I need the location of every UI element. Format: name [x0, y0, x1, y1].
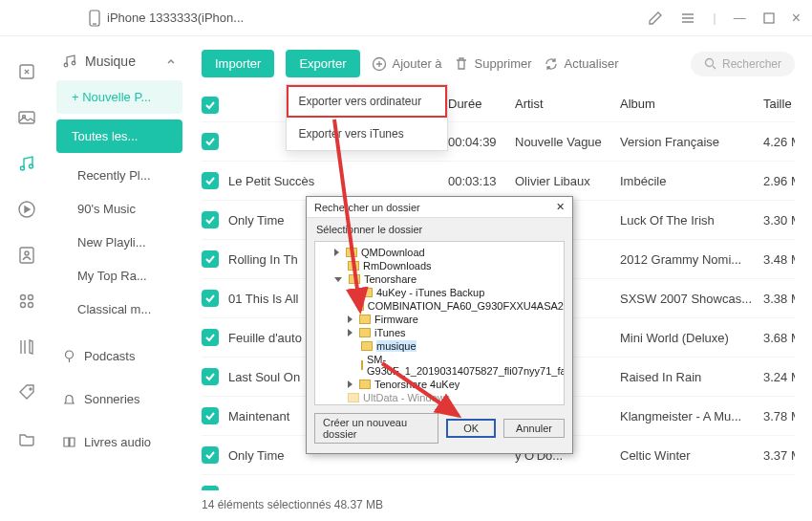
- sidebar-item[interactable]: My Top Ra...: [53, 259, 186, 293]
- cell-album: Version Française: [620, 135, 763, 149]
- maximize-button[interactable]: [763, 12, 775, 24]
- svg-point-21: [66, 351, 74, 358]
- row-checkbox[interactable]: [202, 172, 219, 189]
- svg-point-10: [29, 164, 32, 168]
- cell-duration: 00:04:39: [448, 135, 515, 149]
- device-name: iPhone 1333333(iPhon...: [107, 11, 244, 25]
- sidebar-item[interactable]: New Playli...: [53, 226, 186, 259]
- folder-tree[interactable]: QMDownload RmDownloads Tenorshare 4uKey …: [314, 241, 565, 405]
- row-checkbox[interactable]: [202, 329, 219, 346]
- export-to-itunes[interactable]: Exporter vers iTunes: [287, 118, 447, 150]
- cell-size: 3.30 MB: [763, 213, 795, 228]
- podcast-icon: [62, 349, 76, 363]
- row-checkbox[interactable]: [202, 133, 219, 150]
- cell-album: Raised In Rain: [620, 370, 763, 384]
- titlebar: iPhone 1333333(iPhon... | — ×: [0, 0, 812, 36]
- delete-button[interactable]: Supprimer: [454, 56, 532, 72]
- plus-circle-icon: [372, 56, 387, 72]
- sidebar-group-audiobooks[interactable]: Livres audio: [53, 429, 186, 455]
- chevron-up-icon: [165, 55, 177, 67]
- toolbar: Importer Exporter Exporter vers ordinate…: [202, 50, 795, 77]
- cell-size: 3.24 MB: [763, 370, 795, 384]
- cell-size: 3.78 MB: [763, 409, 795, 423]
- search-input[interactable]: Rechercher: [691, 52, 795, 76]
- cell-album: 2012 Grammy Nomi...: [620, 252, 763, 267]
- col-size: Taille: [763, 97, 795, 114]
- device-label: iPhone 1333333(iPhon...: [88, 10, 244, 27]
- sidebar-item[interactable]: Classical m...: [53, 293, 186, 326]
- search-icon: [704, 57, 716, 70]
- selection-footer: 14 éléments sélectionnés 48.37 MB: [202, 490, 795, 521]
- sidebar-group-podcasts[interactable]: Podcasts: [53, 343, 186, 369]
- svg-point-9: [20, 166, 24, 170]
- row-checkbox[interactable]: [202, 250, 219, 268]
- menu-icon[interactable]: [680, 11, 695, 26]
- sidebar-item[interactable]: 90's Music: [53, 192, 186, 226]
- svg-point-13: [25, 251, 29, 255]
- cell-album: SXSW 2007 Showcas...: [620, 292, 763, 306]
- ok-button[interactable]: OK: [446, 419, 496, 438]
- trash-icon: [454, 56, 469, 72]
- sidebar-group-ringtones[interactable]: Sonneries: [53, 386, 186, 412]
- row-checkbox[interactable]: [202, 290, 219, 307]
- contacts-icon[interactable]: [16, 245, 37, 266]
- music-note-icon: [62, 54, 77, 69]
- select-all-checkbox[interactable]: [202, 97, 219, 114]
- row-checkbox[interactable]: [202, 446, 219, 464]
- svg-rect-5: [764, 13, 774, 23]
- tags-icon[interactable]: [16, 382, 37, 403]
- cell-artist: Olivier Libaux: [515, 174, 620, 188]
- cell-duration: 00:03:13: [448, 174, 515, 188]
- apps-icon[interactable]: [16, 291, 37, 312]
- home-icon[interactable]: [16, 61, 37, 82]
- col-artist: Artist: [515, 97, 620, 114]
- new-folder-button[interactable]: Créer un nouveau dossier: [314, 413, 438, 444]
- icon-rail: [0, 36, 53, 521]
- cell-size: 2.96 MB: [763, 174, 795, 188]
- svg-point-19: [64, 63, 68, 67]
- cell-album: Luck Of The Irish: [620, 213, 763, 228]
- row-checkbox[interactable]: [202, 368, 219, 385]
- audiobook-icon: [62, 435, 76, 449]
- refresh-icon: [544, 56, 559, 72]
- svg-point-18: [30, 388, 32, 390]
- folder-dialog: Rechercher un dossier✕ Sélectionner le d…: [306, 196, 573, 454]
- row-checkbox[interactable]: [202, 407, 219, 424]
- minimize-button[interactable]: —: [734, 11, 746, 25]
- row-checkbox[interactable]: [202, 211, 219, 228]
- svg-point-23: [705, 59, 713, 67]
- new-playlist-button[interactable]: + Nouvelle P...: [56, 80, 182, 114]
- table-row[interactable]: Andrea Lindsay - Les Yeux De Marie00:03:…: [202, 474, 795, 490]
- svg-point-16: [20, 303, 25, 308]
- sidebar-item[interactable]: Recently Pl...: [53, 159, 186, 192]
- export-dropdown: Exporter vers ordinateur Exporter vers i…: [286, 84, 448, 151]
- cell-size: 3.68 MB: [763, 331, 795, 345]
- sidebar-item-all[interactable]: Toutes les...: [56, 119, 182, 153]
- files-icon[interactable]: [16, 428, 37, 449]
- import-button[interactable]: Importer: [202, 50, 274, 77]
- cell-album: Imbécile: [620, 174, 763, 188]
- cell-artist: Nouvelle Vague: [515, 135, 620, 149]
- svg-point-14: [20, 295, 25, 300]
- refresh-button[interactable]: Actualiser: [544, 56, 619, 72]
- sidebar-heading-label: Musique: [85, 54, 136, 69]
- add-button[interactable]: Ajouter à: [372, 56, 442, 72]
- music-icon[interactable]: [16, 153, 37, 174]
- cell-album: Mini World (Deluxe): [620, 331, 763, 345]
- export-to-computer[interactable]: Exporter vers ordinateur: [287, 85, 447, 118]
- table-row[interactable]: Le Petit Succès00:03:13Olivier LibauxImb…: [202, 161, 795, 200]
- svg-rect-7: [19, 112, 34, 123]
- sidebar-heading[interactable]: Musique: [53, 50, 186, 80]
- svg-point-17: [28, 303, 32, 308]
- close-button[interactable]: ×: [792, 10, 801, 27]
- sidebar: Musique + Nouvelle P... Toutes les... Re…: [53, 36, 186, 521]
- photos-icon[interactable]: [16, 107, 37, 128]
- cancel-button[interactable]: Annuler: [503, 419, 565, 438]
- export-button[interactable]: Exporter: [286, 50, 359, 77]
- dialog-close-button[interactable]: ✕: [556, 201, 565, 213]
- col-album: Album: [620, 97, 763, 114]
- edit-icon[interactable]: [648, 11, 663, 26]
- cell-album: Klangmeister - A Mu...: [620, 409, 763, 423]
- books-icon[interactable]: [16, 336, 37, 358]
- videos-icon[interactable]: [16, 199, 37, 220]
